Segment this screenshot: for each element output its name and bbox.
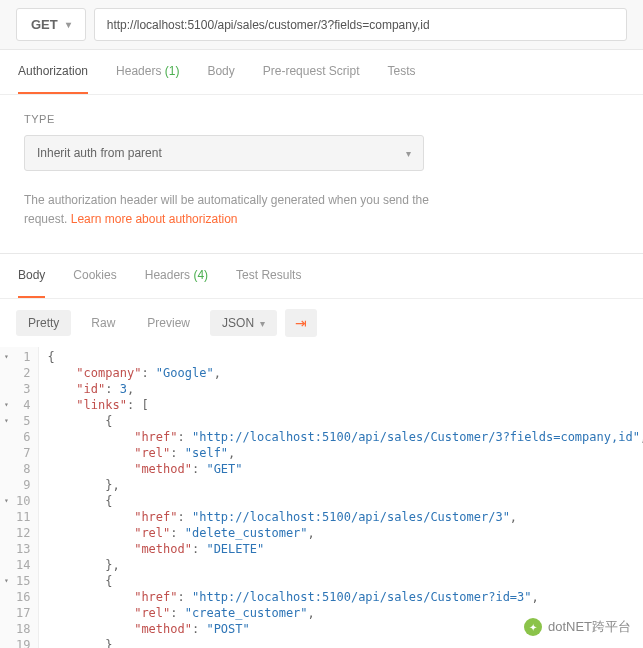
resp-headers-count: (4) — [193, 268, 208, 282]
fold-icon[interactable]: ▾ — [4, 349, 9, 365]
method-label: GET — [31, 17, 58, 32]
tab-authorization[interactable]: Authorization — [18, 50, 88, 94]
auth-selected: Inherit auth from parent — [37, 146, 162, 160]
tab-body[interactable]: Body — [207, 50, 234, 94]
fold-icon[interactable]: ▾ — [4, 397, 9, 413]
url-input[interactable] — [94, 8, 627, 41]
type-label: TYPE — [24, 113, 619, 125]
auth-type-select[interactable]: Inherit auth from parent ▾ — [24, 135, 424, 171]
wechat-icon: ✦ — [524, 618, 542, 636]
tab-headers[interactable]: Headers (1) — [116, 50, 179, 94]
watermark: ✦ dotNET跨平台 — [524, 618, 631, 636]
auth-panel: TYPE Inherit auth from parent ▾ The auth… — [0, 95, 643, 254]
resp-tab-body[interactable]: Body — [18, 254, 45, 298]
format-select[interactable]: JSON ▾ — [210, 310, 277, 336]
fold-icon[interactable]: ▾ — [4, 493, 9, 509]
response-toolbar: Pretty Raw Preview JSON ▾ ⇥ — [0, 299, 643, 347]
resp-tab-headers[interactable]: Headers (4) — [145, 254, 208, 298]
chevron-down-icon: ▾ — [260, 318, 265, 329]
method-select[interactable]: GET ▾ — [16, 8, 86, 41]
chevron-down-icon: ▾ — [406, 148, 411, 159]
resp-tab-cookies[interactable]: Cookies — [73, 254, 116, 298]
preview-button[interactable]: Preview — [135, 310, 202, 336]
tab-prerequest[interactable]: Pre-request Script — [263, 50, 360, 94]
tab-tests[interactable]: Tests — [387, 50, 415, 94]
response-body[interactable]: ▾1 23 ▾4 ▾5 6789 ▾10 11121314 ▾15 161718… — [0, 347, 643, 648]
headers-count: (1) — [165, 64, 180, 78]
code-content: { "company": "Google", "id": 3, "links":… — [39, 347, 643, 648]
raw-button[interactable]: Raw — [79, 310, 127, 336]
resp-tab-testresults[interactable]: Test Results — [236, 254, 301, 298]
pretty-button[interactable]: Pretty — [16, 310, 71, 336]
wrap-button[interactable]: ⇥ — [285, 309, 317, 337]
fold-icon[interactable]: ▾ — [4, 413, 9, 429]
response-tabs: Body Cookies Headers (4) Test Results — [0, 254, 643, 299]
request-tabs: Authorization Headers (1) Body Pre-reque… — [0, 50, 643, 95]
chevron-down-icon: ▾ — [66, 19, 71, 30]
line-gutter: ▾1 23 ▾4 ▾5 6789 ▾10 11121314 ▾15 161718… — [0, 347, 39, 648]
auth-learn-more-link[interactable]: Learn more about authorization — [71, 212, 238, 226]
auth-description: The authorization header will be automat… — [24, 191, 444, 229]
fold-icon[interactable]: ▾ — [4, 573, 9, 589]
